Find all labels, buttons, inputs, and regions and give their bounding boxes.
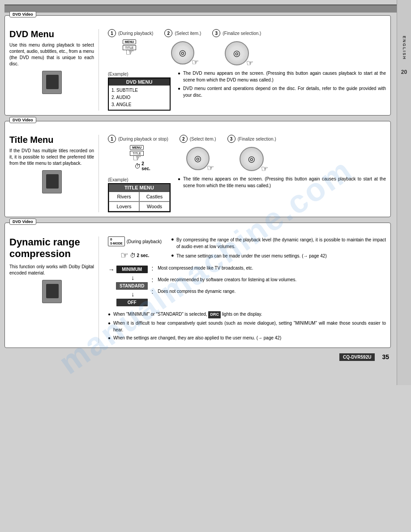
section3-device-icon [9,280,94,304]
section1-step2: 2 (Select item.) ◎ ☞ [164,29,201,64]
menu-press-icon: MENU TITLE ☞ [119,39,142,66]
section1-title: DVD Menu [9,29,94,39]
section2-left: Title Menu If the DVD has multiple title… [9,135,99,212]
drc-standard-desc: Mode recommended by software creators fo… [158,277,386,283]
step1-circle: 1 [108,29,116,37]
s2-step3-label: (Finalize selection.) [238,137,276,142]
model-badge: CQ-DVR592U [339,353,375,361]
section1-bullet2: ● DVD menu content and operations depend… [178,85,386,99]
section1-bullet1-text: The DVD menu appears on the screen. (Pre… [183,70,386,83]
sidebar-page-number: 20 [401,69,407,75]
section3-title: Dynamic range compression [9,236,94,260]
s2-timer: ⏱ 2 sec. [134,161,150,171]
s3-bullet1-text: By compressing the range of the playback… [176,236,386,250]
dvd-menu-section: DVD Video DVD Menu Use this menu during … [4,15,391,116]
title-menu-header: TITLE MENU [109,184,170,191]
title-cell-woods: Woods [139,202,170,211]
section1-bullets: ● The DVD menu appears on the screen. (P… [178,70,386,100]
section2-example: (Example) TITLE MENU Rivers Castles Love… [108,176,386,212]
drc-standard-desc-row: : Mode recommended by software creators … [151,276,386,283]
section3-bullets-top: ● By compressing the range of the playba… [168,236,386,261]
dvd-menu-example: (Example) DVD MENU 1. SUBTITLE 2. AUDIO … [108,70,171,111]
s2-bullet-dot: ● [178,176,181,189]
s3-hand-icon: ☞ [120,250,128,261]
drc-descriptions: : Most compressed mode like TV broadcast… [151,265,386,297]
step1-label: (During playback) [118,31,153,36]
s2-dial-icon-2: ◎ ☞ [240,147,264,171]
s-mode-button: 0S·MODE [108,236,125,246]
s3-bullet4-text: When it is difficult to hear comparative… [113,320,386,333]
menu-item-1: 1. SUBTITLE [111,87,167,94]
right-sidebar: ENGLISH 20 [397,0,411,385]
s3-bullet-dot-5: ● [108,335,111,341]
section1-device-icon [9,71,94,95]
drc-minimum-row: : Most compressed mode like TV broadcast… [151,265,386,272]
bullet-dot-1: ● [178,70,181,83]
title-cell-castles: Castles [139,192,170,202]
s3-step-label: (During playback) [127,239,162,244]
section3-label: DVD Video [9,219,36,225]
s3-bullet2-text: The same settings can be made under the … [176,253,327,259]
drc-minimum-desc: Most compressed mode like TV broadcasts,… [158,265,386,271]
section2-bullet1-text: The title menu appears on the screen. (P… [183,176,386,189]
drc-inline-badge: DRC [208,311,221,318]
section3-steps: 0S·MODE (During playback) ☞ ⏱ 2 sec. ● B… [108,236,386,261]
bottom-bar: CQ-DVR592U 35 [4,353,391,361]
s2-step1-label: (During playback or stop) [118,137,168,142]
drc-arrow-right: → MINIMUM [108,265,148,274]
s2-step1-circle: 1 [108,135,116,143]
section2-title: Title Menu [9,135,94,145]
s2-step3-circle: 3 [227,135,235,143]
section2-step3: 3 (Finalize selection.) ◎ ☞ [227,135,276,171]
step2-circle: 2 [164,29,172,37]
section2-device-icon [9,170,94,194]
s2-step2-label: (Select item.) [190,137,216,142]
s3-bullet-dot-3: ● [108,311,111,318]
s3-bullet3-text: When "MINIMUM" or "STANDARD" is selected… [113,311,262,318]
s2-select-hand: ☞ [207,163,214,173]
badge-minimum: MINIMUM [116,266,148,273]
remote-device-3 [42,280,62,303]
step3-circle: 3 [212,29,220,37]
drc-off-desc-row: : Does not compress the dynamic range. [151,288,386,295]
section2-bullets: ● The title menu appears on the screen. … [178,176,386,191]
section2-label: DVD Video [9,117,36,123]
s3-bullet3-cont: lights on the display. [222,312,262,317]
drc-off-desc: Does not compress the dynamic range. [158,288,386,295]
s3-bullet-dot-1: ● [171,236,175,250]
title-menu-example: (Example) TITLE MENU Rivers Castles Love… [108,176,171,212]
section1-example: (Example) DVD MENU 1. SUBTITLE 2. AUDIO … [108,70,386,111]
section2-steps: 1 (During playback or stop) MENU TITLE ☞ [108,135,386,172]
drc-off-row: → OFF [108,298,148,307]
s3-bullet-dot-4: ● [108,320,111,333]
title-menu-grid: Rivers Castles Lovers Woods [109,191,170,211]
timer-icon-3: ⏱ [130,252,136,259]
section1-description: Use this menu during playback to select … [9,42,94,67]
section1-bullet1: ● The DVD menu appears on the screen. (P… [178,70,386,83]
drc-flow: → MINIMUM ↓ → STANDARD ↓ → OFF [108,265,386,307]
section2-right: 1 (During playback or stop) MENU TITLE ☞ [103,135,386,212]
bullet-dot-2: ● [178,85,181,99]
language-label: ENGLISH [402,36,407,60]
s3-bullet-dot-2: ● [171,253,175,259]
dial-icon-1: ◎ ☞ [171,41,194,64]
remote-device [42,71,62,94]
section1-step1: 1 (During playback) MENU TITLE ☞ [108,29,153,66]
select-hand-icon: ☞ [192,57,199,67]
section2-bullet1: ● The title menu appears on the screen. … [178,176,386,189]
remote-device-2 [42,170,62,193]
s3-bullet4: ● When it is difficult to hear comparati… [108,320,386,333]
dial-icon-2: ◎ ☞ [225,41,249,65]
section1-bullet2-text: DVD menu content and operations depend o… [183,85,386,99]
s3-bullet5-text: When the settings are changed, they are … [113,335,281,341]
right-arrow-icon: → [108,266,115,273]
step3-label: (Finalize selection.) [223,31,261,36]
section3-left: Dynamic range compression This function … [9,236,99,343]
section1-steps: 1 (During playback) MENU TITLE ☞ [108,29,386,66]
section1-label: DVD Video [9,11,36,17]
colon-minimum: : [151,265,153,272]
s3-bullet3: ● When "MINIMUM" or "STANDARD" is select… [108,311,386,318]
drc-badge-column: → MINIMUM ↓ → STANDARD ↓ → OFF [108,265,148,307]
s3-bullet5: ● When the settings are changed, they ar… [108,335,386,341]
s2-menu-press-icon: MENU TITLE ☞ ⏱ 2 sec. [126,145,150,172]
